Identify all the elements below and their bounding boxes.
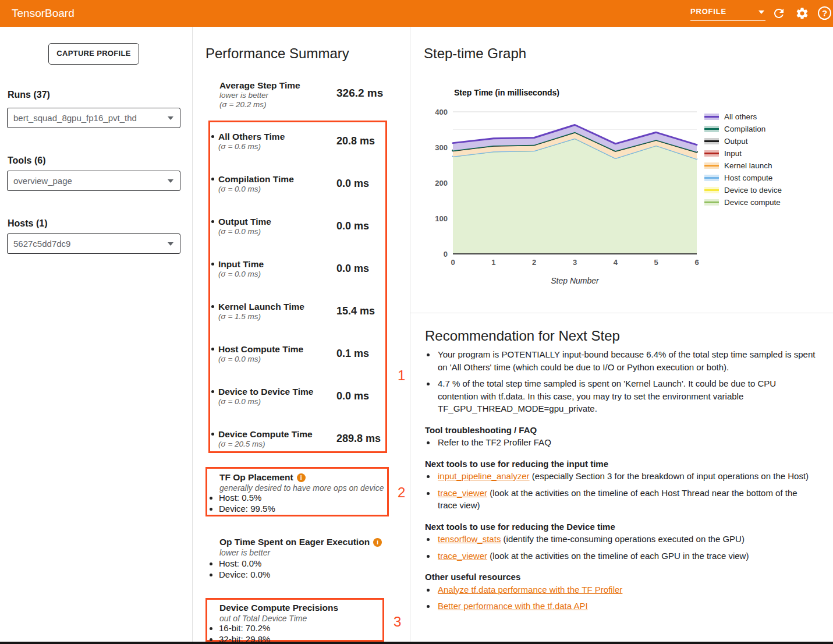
legend-swatch xyxy=(704,175,719,181)
legend-label: Kernel launch xyxy=(724,161,772,170)
recommendation-bullet: Your program is POTENTIALLY input-bound … xyxy=(436,348,816,373)
tf-op-placement-note: generally desired to have more ops on de… xyxy=(219,483,384,493)
eager-note: lower is better xyxy=(219,548,270,557)
chevron-down-icon xyxy=(168,179,173,183)
performance-summary-title: Performance Summary xyxy=(205,45,349,62)
metric-label: Output Time xyxy=(218,217,271,227)
legend-item: Device to device xyxy=(704,184,782,196)
annotation-label-3: 3 xyxy=(394,614,401,630)
metric-sigma: (σ = 20.5 ms) xyxy=(218,440,265,448)
metric-value: 0.0 ms xyxy=(336,178,369,190)
legend-swatch xyxy=(704,126,719,132)
bullet xyxy=(210,627,212,630)
input-pipeline-analyzer-link[interactable]: input_pipeline_analyzer xyxy=(438,471,530,481)
item-text: (look at the activities on the timeline … xyxy=(438,488,797,511)
info-icon[interactable]: i xyxy=(373,538,382,547)
svg-text:0: 0 xyxy=(444,250,448,259)
recommendation-title: Recommendation for Next Step xyxy=(425,328,620,344)
hosts-label: Hosts (1) xyxy=(8,218,47,229)
legend-swatch xyxy=(704,162,719,169)
eager-host: Host: 0.0% xyxy=(219,558,261,568)
hosts-select[interactable]: 5627c5dd7dc9 xyxy=(7,233,180,254)
tensorflow-stats-link[interactable]: tensorflow_stats xyxy=(438,534,501,544)
svg-text:300: 300 xyxy=(435,143,448,152)
trace-viewer-link[interactable]: trace_viewer xyxy=(438,551,487,561)
settings-gear-icon[interactable] xyxy=(795,6,809,20)
metric-value: 0.1 ms xyxy=(336,348,369,360)
bullet-text: 4.7 % of the total step time sampled is … xyxy=(438,378,776,413)
metric-value: 0.0 ms xyxy=(336,390,369,402)
info-icon[interactable]: i xyxy=(297,473,306,482)
svg-text:1: 1 xyxy=(491,258,495,267)
list-item: Refer to the TF2 Profiler FAQ xyxy=(436,436,816,449)
legend-swatch xyxy=(704,199,719,206)
legend-label: Input xyxy=(724,149,742,158)
item-text: (identify the time-consuming operations … xyxy=(501,534,745,544)
step-time-chart: 01002003004000123456 xyxy=(428,85,722,289)
metric-value: 289.8 ms xyxy=(336,433,381,445)
reload-icon[interactable] xyxy=(772,6,786,20)
recommendation-bullets: Your program is POTENTIALLY input-bound … xyxy=(436,348,816,415)
metric-label: Device Compute Time xyxy=(218,429,313,440)
bullet xyxy=(211,390,214,393)
metric-sigma: (σ = 0.6 ms) xyxy=(218,142,261,151)
app-title: TensorBoard xyxy=(12,0,75,27)
performance-summary-panel: Performance Summary Average Step Time lo… xyxy=(193,27,410,642)
item-text: Refer to the TF2 Profiler FAQ xyxy=(438,437,551,447)
legend-swatch xyxy=(704,138,719,144)
section-divider xyxy=(410,313,833,313)
svg-text:0: 0 xyxy=(451,258,455,267)
precisions-16bit: 16-bit: 70.2% xyxy=(219,623,270,633)
list-item: tensorflow_stats (identify the time-cons… xyxy=(436,533,816,546)
bullet xyxy=(210,508,212,511)
sidebar: CAPTURE PROFILE Runs (37) bert_squad_8gp… xyxy=(0,27,193,642)
legend-swatch xyxy=(704,150,719,157)
annotation-label-1: 1 xyxy=(398,367,405,384)
chevron-down-icon xyxy=(168,242,173,246)
chart-legend: All others Compilation Output Input Kern… xyxy=(704,111,782,208)
legend-label: All others xyxy=(724,112,757,121)
legend-label: Compilation xyxy=(724,125,765,133)
section-heading: Other useful resources xyxy=(425,571,816,583)
tf-op-placement-host: Host: 0.5% xyxy=(219,493,261,503)
trace-viewer-link[interactable]: trace_viewer xyxy=(438,488,487,498)
step-time-panel: Step-time Graph Step Time (in millisecon… xyxy=(410,27,833,642)
legend-item: Compilation xyxy=(704,123,782,135)
recommendation-bullet: 4.7 % of the total step time sampled is … xyxy=(436,377,816,415)
metric-value: 20.8 ms xyxy=(336,135,375,147)
metric-sigma: (σ = 0.0 ms) xyxy=(218,227,261,236)
list-item: input_pipeline_analyzer (especially Sect… xyxy=(436,470,816,483)
legend-label: Device to device xyxy=(724,186,782,194)
metric-value: 0.0 ms xyxy=(336,263,369,275)
section-list: input_pipeline_analyzer (especially Sect… xyxy=(436,470,816,512)
bullet xyxy=(211,263,214,266)
list-item: trace_viewer (look at the activities on … xyxy=(436,487,816,512)
legend-item: All others xyxy=(704,111,782,123)
tools-select[interactable]: overview_page xyxy=(7,171,180,191)
eager-title: Op Time Spent on Eager Executioni xyxy=(219,537,382,547)
analyze-tfdata-link[interactable]: Analyze tf.data performance with the TF … xyxy=(438,585,622,595)
legend-label: Device compute xyxy=(724,198,781,207)
tf-op-placement-title-text: TF Op Placement xyxy=(219,472,293,482)
tools-label: Tools (6) xyxy=(8,155,45,166)
runs-select[interactable]: bert_squad_8gpu_fp16_pvt_thd xyxy=(7,108,180,128)
chart-xaxis-label: Step Number xyxy=(428,276,722,285)
capture-profile-button[interactable]: CAPTURE PROFILE xyxy=(48,43,139,65)
annotation-label-2: 2 xyxy=(398,484,405,501)
metric-label: Device to Device Time xyxy=(218,387,313,397)
help-icon[interactable]: ? xyxy=(818,6,832,20)
legend-item: Host compute xyxy=(704,172,782,184)
legend-item: Device compute xyxy=(704,196,782,208)
eager-title-text: Op Time Spent on Eager Execution xyxy=(219,537,370,547)
better-performance-link[interactable]: Better performance with the tf.data API xyxy=(438,601,588,611)
section-list: Analyze tf.data performance with the TF … xyxy=(436,583,816,613)
precisions-note: out of Total Device Time xyxy=(219,614,307,623)
section-heading: Next tools to use for reducing the Devic… xyxy=(425,521,816,533)
metric-label: All Others Time xyxy=(218,132,285,142)
dashboard-selector[interactable]: PROFILE xyxy=(690,5,765,21)
bullet xyxy=(211,135,214,138)
metric-sigma: (σ = 0.0 ms) xyxy=(218,270,261,278)
bullet xyxy=(211,305,214,308)
legend-label: Output xyxy=(724,137,748,146)
tf-op-placement-title: TF Op Placementi xyxy=(219,472,306,483)
